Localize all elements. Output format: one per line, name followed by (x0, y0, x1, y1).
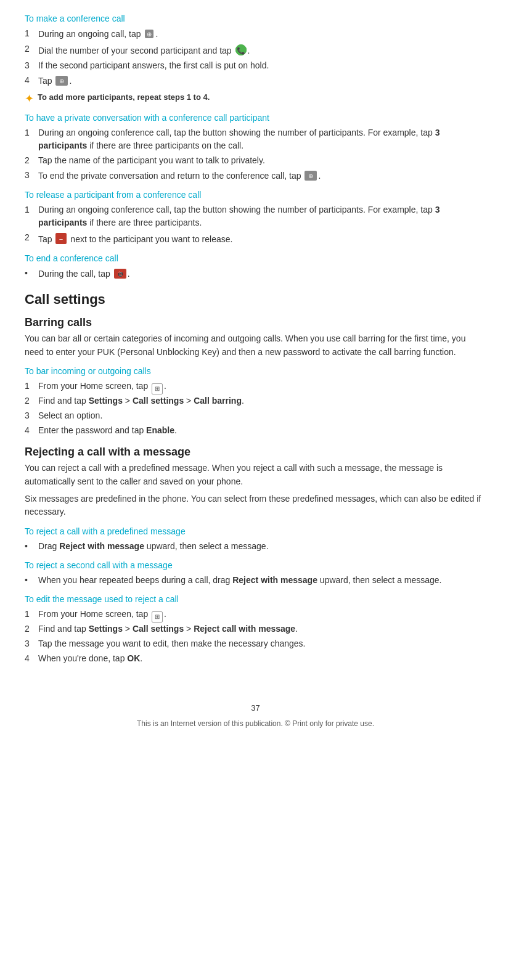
bar-step-1: From your Home screen, tap ⊞. (25, 380, 486, 393)
edit-message-heading: To edit the message used to reject a cal… (25, 594, 486, 604)
bar-step-2: Find and tap Settings > Call settings > … (25, 394, 486, 407)
bar-incoming-heading: To bar incoming or outgoing calls (25, 366, 486, 376)
step-1: During an ongoing call, tap ⊕ . (25, 27, 486, 41)
reject-second-item: When you hear repeated beeps during a ca… (25, 574, 486, 587)
call-settings-heading: Call settings (25, 292, 486, 308)
step-2: Dial the number of your second participa… (25, 43, 486, 57)
conference-call-heading: To make a conference call (25, 14, 486, 23)
merge2-icon: ⊕ (55, 76, 68, 86)
priv-step-2: Tap the name of the participant you want… (25, 154, 486, 167)
apps-icon: ⊞ (152, 383, 163, 394)
reject-second-heading: To reject a second call with a message (25, 560, 486, 570)
tip-text: To add more participants, repeat steps 1… (38, 92, 210, 102)
priv-step-3: To end the private conversation and retu… (25, 169, 486, 182)
green-call-icon: 📞 (235, 44, 247, 55)
rejecting-call-heading: Rejecting a call with a message (25, 446, 486, 459)
page-footer: 37 This is an Internet version of this p… (25, 702, 486, 730)
tip-box: ✦ To add more participants, repeat steps… (25, 92, 486, 105)
bar-incoming-steps: From your Home screen, tap ⊞. Find and t… (25, 380, 486, 437)
tip-icon: ✦ (25, 92, 34, 105)
svg-text:📵: 📵 (117, 271, 124, 278)
end-conference-heading: To end a conference call (25, 253, 486, 263)
reject-desc2: Six messages are predefined in the phone… (25, 492, 486, 519)
svg-text:⊕: ⊕ (308, 173, 313, 179)
svg-text:⊕: ⊕ (147, 31, 152, 38)
edit-step-4: When you're done, tap OK. (25, 652, 486, 665)
private-conv-heading: To have a private conversation with a co… (25, 113, 486, 123)
edit-step-3: Tap the message you want to edit, then m… (25, 637, 486, 650)
reject-predefined-list: Drag Reject with message upward, then se… (25, 540, 486, 553)
release-steps: During an ongoing conference call, tap t… (25, 203, 486, 246)
edit-message-steps: From your Home screen, tap ⊞. Find and t… (25, 608, 486, 665)
svg-text:⊕: ⊕ (59, 78, 64, 84)
page-number: 37 (25, 702, 486, 714)
reject-second-list: When you hear repeated beeps during a ca… (25, 574, 486, 587)
apps-icon-2: ⊞ (152, 611, 163, 623)
merge-icon: ⊕ (144, 29, 154, 39)
remove-icon: − (55, 233, 67, 244)
svg-text:−: − (59, 235, 63, 243)
priv-step-1: During an ongoing conference call, tap t… (25, 126, 486, 152)
merge3-icon: ⊕ (305, 171, 317, 181)
end-conference-list: During the call, tap 📵 . (25, 267, 486, 280)
edit-step-1: From your Home screen, tap ⊞. (25, 608, 486, 621)
step-4: Tap ⊕ . (25, 74, 486, 88)
bar-step-4: Enter the password and tap Enable. (25, 424, 486, 437)
reject-predefined-item: Drag Reject with message upward, then se… (25, 540, 486, 553)
bar-step-3: Select an option. (25, 409, 486, 422)
release-participant-heading: To release a participant from a conferen… (25, 190, 486, 200)
endcall-icon: 📵 (114, 269, 126, 279)
step-3: If the second participant answers, the f… (25, 59, 486, 72)
edit-step-2: Find and tap Settings > Call settings > … (25, 623, 486, 635)
barring-description: You can bar all or certain categories of… (25, 332, 486, 359)
rel-step-2: Tap − next to the participant you want t… (25, 231, 486, 246)
rel-step-1: During an ongoing conference call, tap t… (25, 203, 486, 229)
barring-calls-heading: Barring calls (25, 316, 486, 329)
svg-text:📞: 📞 (237, 46, 245, 55)
reject-desc1: You can reject a call with a predefined … (25, 462, 486, 488)
private-conv-steps: During an ongoing conference call, tap t… (25, 126, 486, 182)
conference-call-steps: During an ongoing call, tap ⊕ . Dial the… (25, 27, 486, 88)
end-conf-item: During the call, tap 📵 . (25, 267, 486, 280)
reject-predefined-heading: To reject a call with a predefined messa… (25, 526, 486, 536)
footer-notice: This is an Internet version of this publ… (25, 718, 486, 730)
